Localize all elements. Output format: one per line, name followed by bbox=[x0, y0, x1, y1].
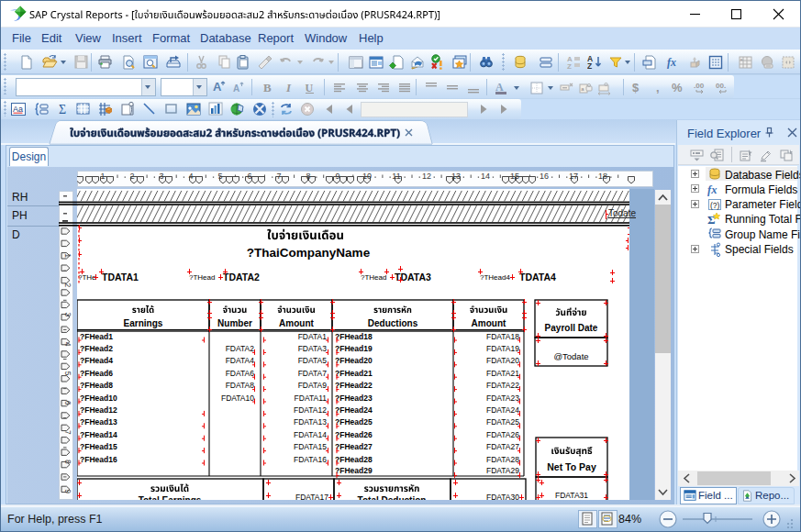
svg-text:U: U bbox=[306, 82, 314, 94]
svg-text:%: % bbox=[672, 81, 683, 94]
svg-text:17: 17 bbox=[569, 172, 578, 181]
svg-text:Aa: Aa bbox=[13, 105, 23, 114]
svg-text:,: , bbox=[656, 81, 660, 94]
svg-text:A: A bbox=[213, 80, 222, 94]
svg-text:.00: .00 bbox=[694, 82, 705, 90]
svg-text:A: A bbox=[233, 83, 239, 94]
svg-text:3: 3 bbox=[63, 313, 72, 317]
svg-text:13: 13 bbox=[451, 172, 461, 181]
svg-text:15: 15 bbox=[510, 172, 519, 181]
svg-text:7: 7 bbox=[276, 172, 281, 181]
svg-text:5: 5 bbox=[63, 371, 72, 376]
svg-text:4: 4 bbox=[188, 172, 193, 181]
svg-text:6: 6 bbox=[63, 401, 72, 405]
svg-text:18: 18 bbox=[598, 172, 607, 181]
svg-text:12: 12 bbox=[422, 172, 431, 181]
svg-text:14: 14 bbox=[481, 172, 490, 181]
svg-text:9: 9 bbox=[63, 489, 72, 493]
svg-text:1: 1 bbox=[63, 253, 72, 258]
svg-text:Z: Z bbox=[587, 61, 592, 71]
svg-text:$: $ bbox=[632, 81, 640, 94]
svg-text:9: 9 bbox=[335, 172, 339, 181]
svg-text:1: 1 bbox=[100, 172, 105, 181]
svg-text:8: 8 bbox=[306, 172, 310, 181]
svg-text:7: 7 bbox=[63, 430, 72, 435]
svg-text:2: 2 bbox=[63, 283, 72, 287]
svg-text:11: 11 bbox=[392, 172, 400, 181]
svg-text:A: A bbox=[495, 81, 504, 94]
svg-text:I: I bbox=[285, 81, 292, 94]
svg-text:fx: fx bbox=[667, 56, 676, 69]
svg-text:6: 6 bbox=[247, 172, 251, 181]
svg-text:3: 3 bbox=[159, 172, 163, 181]
svg-text:Σ: Σ bbox=[59, 103, 66, 116]
svg-text:Z: Z bbox=[567, 62, 572, 71]
svg-text:2: 2 bbox=[129, 172, 134, 181]
svg-text:8: 8 bbox=[63, 460, 72, 464]
svg-text:00.: 00. bbox=[716, 82, 726, 90]
svg-text:fx: fx bbox=[707, 183, 717, 196]
svg-text:5: 5 bbox=[217, 172, 222, 181]
svg-text:Σ: Σ bbox=[707, 213, 716, 227]
svg-text:16: 16 bbox=[540, 172, 549, 181]
svg-text:10: 10 bbox=[362, 172, 372, 181]
svg-text:(?): (?) bbox=[710, 200, 720, 209]
svg-text:B: B bbox=[263, 81, 272, 94]
svg-text:4: 4 bbox=[63, 342, 72, 347]
